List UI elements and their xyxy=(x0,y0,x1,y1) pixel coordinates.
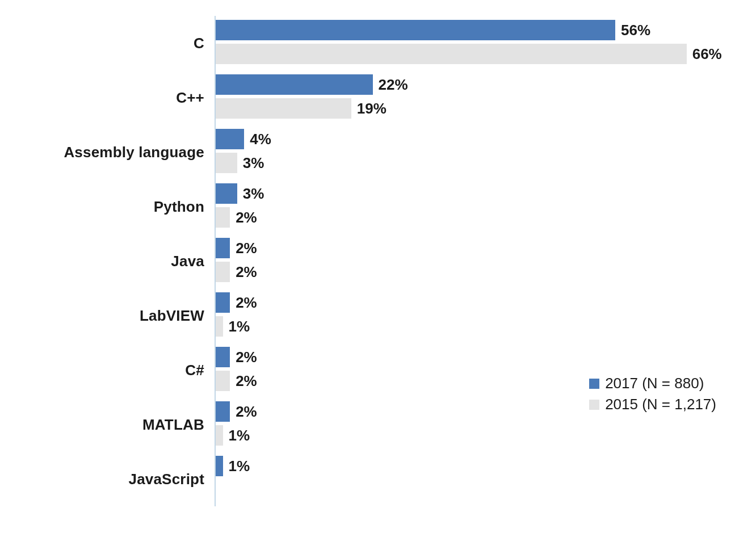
bar-row: 4% xyxy=(216,128,733,150)
category-row: Python3%2% xyxy=(23,179,733,234)
bar-value-label: 1% xyxy=(229,318,250,335)
bar-group: 4%3% xyxy=(215,125,733,179)
bar xyxy=(216,44,687,64)
bar xyxy=(216,238,230,258)
bar-row: 2% xyxy=(216,261,733,283)
legend-swatch xyxy=(589,379,599,389)
category-label: Python xyxy=(23,198,215,216)
bar xyxy=(216,74,373,95)
bar xyxy=(216,371,230,391)
bar-value-label: 66% xyxy=(692,45,722,63)
bar xyxy=(216,183,237,204)
bar-value-label: 2% xyxy=(236,349,257,366)
category-row: LabVIEW2%1% xyxy=(23,288,733,343)
category-label: C++ xyxy=(23,89,215,107)
category-row: C++22%19% xyxy=(23,70,733,125)
bar xyxy=(216,292,230,313)
bar-value-label: 3% xyxy=(243,185,264,203)
category-row: C56%66% xyxy=(23,16,733,70)
category-label: Java xyxy=(23,253,215,270)
bar xyxy=(216,347,230,367)
bar-group: 2%2% xyxy=(215,234,733,288)
bar-group: 3%2% xyxy=(215,179,733,234)
bar-row: 1% xyxy=(216,455,733,477)
bar-value-label: 2% xyxy=(236,240,257,257)
bar-row: 19% xyxy=(216,98,733,119)
bar-row: 2% xyxy=(216,237,733,259)
bar-value-label: 1% xyxy=(229,427,250,444)
bar-row: 66% xyxy=(216,43,733,65)
bar-value-label: 2% xyxy=(236,372,257,390)
legend-item: 2015 (N = 1,217) xyxy=(589,396,716,413)
bar xyxy=(216,456,223,476)
bar xyxy=(216,207,230,228)
bar xyxy=(216,425,223,446)
category-row: JavaScript1% xyxy=(23,452,733,506)
category-label: LabVIEW xyxy=(23,307,215,325)
category-label: C xyxy=(23,35,215,52)
bar-value-label: 56% xyxy=(621,22,650,39)
bar xyxy=(216,129,244,149)
legend-label: 2015 (N = 1,217) xyxy=(605,396,716,413)
category-row: Assembly language4%3% xyxy=(23,125,733,179)
bar xyxy=(216,20,615,40)
legend-item: 2017 (N = 880) xyxy=(589,375,716,392)
bar-row: 3% xyxy=(216,183,733,204)
bar-row: 2% xyxy=(216,292,733,313)
category-label: JavaScript xyxy=(23,471,215,488)
bar-value-label: 3% xyxy=(243,154,264,172)
bar xyxy=(216,98,351,119)
bar-row: 2% xyxy=(216,346,733,368)
bar-value-label: 19% xyxy=(357,100,387,117)
plot-area: C56%66%C++22%19%Assembly language4%3%Pyt… xyxy=(23,16,733,522)
bar-row: 1% xyxy=(216,425,733,446)
bar-value-label: 2% xyxy=(236,209,257,226)
bar-group: 2%1% xyxy=(215,288,733,343)
bar-group: 56%66% xyxy=(215,16,733,70)
bar xyxy=(216,401,230,422)
bar-value-label: 22% xyxy=(379,76,408,94)
bar xyxy=(216,316,223,337)
chart-container: C56%66%C++22%19%Assembly language4%3%Pyt… xyxy=(0,0,756,533)
bar-row: 2% xyxy=(216,207,733,228)
category-label: Assembly language xyxy=(23,144,215,161)
bar-row: 56% xyxy=(216,19,733,41)
bar-row: 22% xyxy=(216,74,733,95)
bar-row: 1% xyxy=(216,316,733,337)
legend: 2017 (N = 880)2015 (N = 1,217) xyxy=(589,371,716,417)
bar xyxy=(216,262,230,282)
category-label: MATLAB xyxy=(23,416,215,434)
bar-value-label: 1% xyxy=(229,458,250,475)
category-label: C# xyxy=(23,362,215,379)
legend-label: 2017 (N = 880) xyxy=(605,375,704,392)
bar-group: 22%19% xyxy=(215,70,733,125)
bar-row: 3% xyxy=(216,152,733,174)
bar-value-label: 2% xyxy=(236,294,257,312)
bar-group: 1% xyxy=(215,452,733,506)
bar-value-label: 2% xyxy=(236,263,257,281)
bar-value-label: 2% xyxy=(236,403,257,421)
category-row: Java2%2% xyxy=(23,234,733,288)
bar xyxy=(216,153,237,173)
bar-value-label: 4% xyxy=(250,131,271,148)
legend-swatch xyxy=(589,400,599,410)
